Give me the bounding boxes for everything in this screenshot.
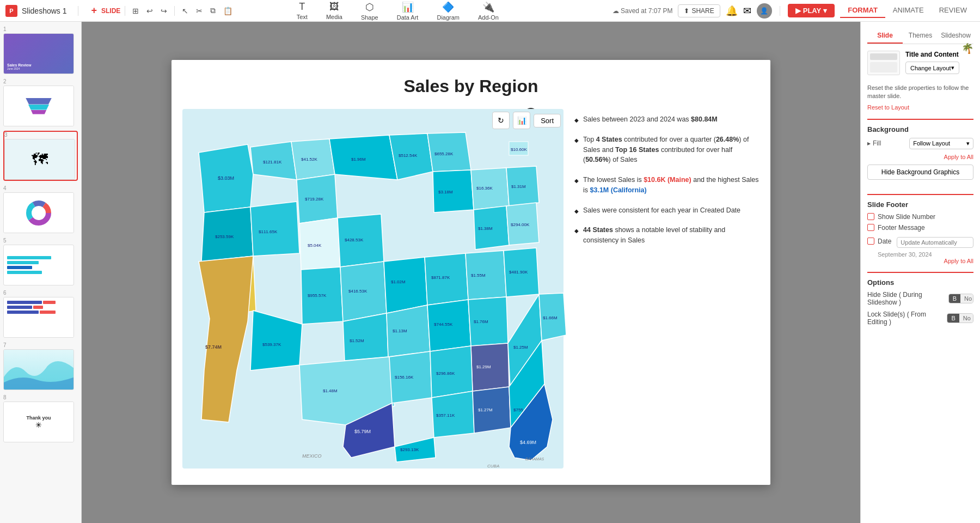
divider-1 xyxy=(867,119,973,120)
svg-text:$955.57K: $955.57K xyxy=(308,293,327,298)
notification-icon[interactable]: 🔔 xyxy=(726,5,738,17)
bar-seg xyxy=(7,256,51,259)
saved-status: ☁ Saved at 7:07 PM xyxy=(612,7,673,15)
lock-toggle-no[interactable]: No xyxy=(959,314,973,323)
bar-row-1 xyxy=(7,256,70,259)
redo-btn[interactable]: ↪ xyxy=(158,5,170,17)
lock-slide-toggle[interactable]: B No xyxy=(947,313,973,323)
sep4 xyxy=(780,6,780,16)
slide-num-6: 6 xyxy=(3,290,78,296)
tool-diagram[interactable]: 🔷 Diagram xyxy=(432,0,464,22)
cut-btn[interactable]: ✂ xyxy=(193,5,205,17)
lock-slide-row: Lock Slide(s) ( From Editing ) B No xyxy=(867,311,973,326)
svg-text:$3.18M: $3.18M xyxy=(438,190,453,194)
svg-text:$655.28K: $655.28K xyxy=(434,151,454,156)
fill-select[interactable]: Follow Layout ▾ xyxy=(909,138,973,149)
sort-button[interactable]: Sort xyxy=(534,114,561,127)
chart-btn[interactable]: 📊 xyxy=(513,112,530,129)
slide-thumb-7[interactable]: 7 xyxy=(3,342,78,390)
mail-icon[interactable]: ✉ xyxy=(743,5,751,17)
tab-slideshow[interactable]: Slideshow xyxy=(938,28,973,44)
svg-text:$357.11K: $357.11K xyxy=(436,413,455,418)
diamond-icon: ◆ xyxy=(574,136,579,144)
undo-btn[interactable]: ↩ xyxy=(144,5,156,17)
toggle-b-option[interactable]: B xyxy=(949,294,960,303)
tab-animate[interactable]: ANIMATE xyxy=(885,3,932,18)
slide-thumb-4[interactable]: 4 xyxy=(3,185,78,233)
chevron-down-icon: ▾ xyxy=(951,64,954,71)
hbar-row xyxy=(7,301,70,304)
play-button[interactable]: ▶ PLAY ▾ xyxy=(788,4,835,17)
add-slide-label[interactable]: SLIDE xyxy=(101,7,120,15)
divider-2 xyxy=(867,194,973,195)
svg-text:$16.36K: $16.36K xyxy=(476,186,493,191)
tab-slide[interactable]: Slide xyxy=(867,28,903,44)
svg-text:$539.37K: $539.37K xyxy=(262,342,281,347)
tool-dataart[interactable]: 📊 Data Art xyxy=(393,0,423,22)
tool-media[interactable]: 🖼 Media xyxy=(322,0,347,21)
bar-row-4 xyxy=(7,271,70,274)
tool-text-label: Text xyxy=(297,14,308,20)
svg-text:$121.81K: $121.81K xyxy=(263,160,282,165)
copy-btn[interactable]: ⧉ xyxy=(207,4,218,17)
add-slide-button[interactable]: + xyxy=(89,5,100,16)
slide8-content: Thank you ✳ xyxy=(4,402,74,442)
slide4-content xyxy=(4,193,74,233)
tool-bar: T Text 🖼 Media ⬡ Shape 📊 Data Art 🔷 Diag… xyxy=(292,0,503,22)
refresh-btn[interactable]: ↻ xyxy=(492,112,510,129)
slide-preview-2 xyxy=(3,86,74,126)
date-value: September 30, 2024 xyxy=(878,251,973,258)
svg-text:$41.52K: $41.52K xyxy=(301,157,317,162)
insight-3-text: The lowest Sales is $10.6K (Maine) and t… xyxy=(583,175,759,196)
slide-thumb-3[interactable]: 3 🗺 xyxy=(3,131,78,181)
hide-slide-toggle[interactable]: B No xyxy=(948,294,973,303)
change-layout-btn[interactable]: Change Layout ▾ xyxy=(905,62,959,74)
background-title: Background xyxy=(867,125,973,133)
hbar-seg xyxy=(7,301,42,304)
tool-shape[interactable]: ⬡ Shape xyxy=(357,0,383,22)
toggle-no-option[interactable]: No xyxy=(960,294,973,303)
date-input[interactable] xyxy=(897,237,973,248)
tab-format[interactable]: FORMAT xyxy=(840,3,885,18)
background-section: Background ▶ Fill Follow Layout ▾ Apply … xyxy=(867,125,973,186)
wave-chart xyxy=(4,350,74,390)
footer-message-checkbox[interactable] xyxy=(867,224,874,231)
lp-top xyxy=(870,53,897,60)
slide-thumb-5[interactable]: 5 xyxy=(3,238,78,285)
bar-row-2 xyxy=(7,261,70,264)
dataart-icon: 📊 xyxy=(402,1,414,13)
avatar[interactable]: 👤 xyxy=(757,3,772,19)
show-slide-number-checkbox[interactable] xyxy=(867,213,874,220)
slide-num-7: 7 xyxy=(3,342,78,348)
tool-text[interactable]: T Text xyxy=(292,0,312,21)
bar-seg xyxy=(7,271,42,274)
paste-btn[interactable]: 📋 xyxy=(220,5,235,17)
slide-thumb-8[interactable]: 8 Thank you ✳ xyxy=(3,394,78,442)
slide6-content xyxy=(4,297,74,337)
hide-bg-button[interactable]: Hide Background Graphics xyxy=(867,165,973,180)
slide-thumb-6[interactable]: 6 xyxy=(3,290,78,338)
slide-num-3: 3 xyxy=(4,132,77,138)
footer-apply-all[interactable]: Apply to All xyxy=(867,258,973,264)
tool-dataart-label: Data Art xyxy=(397,14,419,21)
tab-review[interactable]: REVIEW xyxy=(932,3,975,18)
slide-thumb-2[interactable]: 2 xyxy=(3,78,78,126)
apply-all-link[interactable]: Apply to All xyxy=(867,154,973,160)
svg-text:$1.52M: $1.52M xyxy=(350,338,364,343)
share-button[interactable]: ⬆ SHARE xyxy=(678,4,720,17)
svg-text:$871.87K: $871.87K xyxy=(431,275,450,280)
tool-addon[interactable]: 🔌 Add-On xyxy=(474,0,503,22)
reset-to-layout-link[interactable]: Reset to Layout xyxy=(867,104,909,111)
cursor-btn[interactable]: ↖ xyxy=(179,5,191,17)
date-checkbox[interactable] xyxy=(867,238,874,245)
insight-2-text: Top 4 States contributed for over a quar… xyxy=(583,135,759,165)
diamond-icon: ◆ xyxy=(574,207,579,215)
us-map-svg: $3.03M $121.81K $41.52K $1.96M $512.54K … xyxy=(182,109,564,469)
insights-panel: ◆ Sales between 2023 and 2024 was $80.84… xyxy=(574,114,759,256)
tab-themes[interactable]: Themes xyxy=(903,28,938,44)
format-tabs: FORMAT ANIMATE REVIEW xyxy=(840,3,975,18)
fill-triangle-icon: ▶ xyxy=(867,141,871,146)
slide-thumb-1[interactable]: 1 Sales Review June 2024 🌴 xyxy=(3,26,78,74)
lock-toggle-b[interactable]: B xyxy=(947,314,959,323)
view-btn[interactable]: ⊞ xyxy=(130,5,142,17)
